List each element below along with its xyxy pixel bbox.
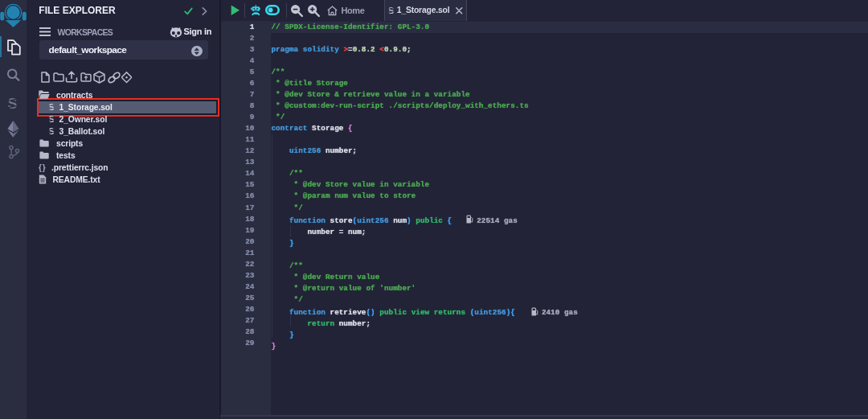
svg-text:S: S [8, 95, 18, 111]
svg-text:S: S [49, 115, 55, 123]
svg-text:{ }: { } [39, 163, 46, 172]
svg-text:S: S [49, 103, 55, 111]
svg-text:S: S [49, 127, 55, 135]
svg-text:S: S [388, 6, 394, 15]
